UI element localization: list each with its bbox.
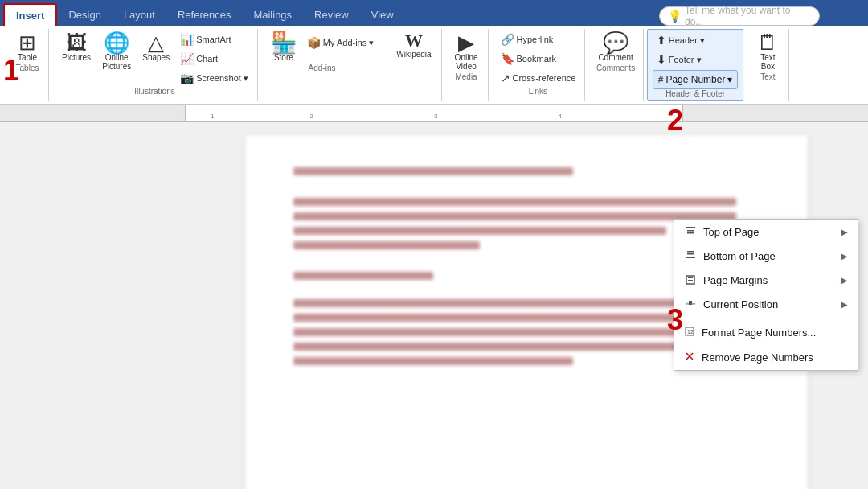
footer-button[interactable]: ⬇ Footer▾: [653, 51, 739, 68]
top-of-page-label: Top of Page: [703, 226, 759, 238]
bottom-of-page-icon: [684, 249, 697, 262]
svg-rect-4: [687, 253, 694, 255]
dropdown-item-current-position[interactable]: Current Position ▶: [674, 292, 858, 316]
group-hf-label: Header & Footer: [665, 89, 725, 100]
group-media: ▶ OnlineVideo Media: [445, 29, 489, 101]
tab-design[interactable]: Design: [57, 3, 112, 26]
page-margins-label: Page Margins: [703, 274, 768, 286]
group-tables: ⊞ Table Tables: [6, 29, 49, 101]
tab-mailings[interactable]: Mailings: [242, 3, 303, 26]
doc-line-4: [293, 227, 666, 235]
group-comments-label: Comments: [596, 64, 635, 74]
doc-line-1: [293, 167, 573, 175]
remove-numbers-icon: [684, 351, 695, 364]
dropdown-item-page-margins[interactable]: Page Margins ▶: [674, 268, 858, 292]
table-button[interactable]: ⊞ Table: [11, 31, 43, 64]
header-icon: ⬆: [657, 34, 666, 47]
cross-reference-button[interactable]: ↗ Cross-reference: [497, 69, 580, 87]
tab-references[interactable]: References: [166, 3, 242, 26]
svg-rect-0: [686, 227, 695, 228]
lightbulb-icon: 💡: [668, 10, 682, 23]
tab-insert[interactable]: Insert: [3, 3, 57, 26]
dropdown-item-remove-page-numbers[interactable]: Remove Page Numbers: [674, 345, 858, 370]
group-header-footer: ⬆ Header▾ ⬇ Footer▾ # Page Number▾ Heade…: [647, 29, 744, 101]
text-box-icon: 🗒: [757, 32, 778, 53]
top-of-page-chevron: ▶: [841, 228, 848, 236]
screenshot-icon: 📷: [180, 72, 194, 84]
ruler: 1 2 3 4: [0, 105, 868, 122]
current-position-icon: [684, 298, 697, 310]
comment-button[interactable]: 💬 Comment: [593, 31, 637, 64]
svg-rect-8: [688, 280, 693, 281]
group-illustrations: 🖼 Pictures 🌐 OnlinePictures △ Shapes 📊 S…: [52, 29, 258, 101]
doc-line-8: [293, 314, 736, 322]
doc-line-11: [293, 357, 573, 365]
table-icon: ⊞: [18, 32, 36, 53]
tab-view[interactable]: View: [360, 3, 405, 26]
bottom-of-page-chevron: ▶: [841, 252, 848, 261]
dropdown-divider: [674, 318, 858, 318]
dropdown-item-format-page-numbers[interactable]: 12 Format Page Numbers...: [674, 320, 858, 345]
group-tables-label: Tables: [16, 64, 39, 74]
page-margins-chevron: ▶: [841, 276, 848, 285]
format-page-numbers-label: Format Page Numbers...: [702, 327, 816, 339]
doc-line-9: [293, 328, 736, 336]
page-number-dropdown: Top of Page ▶ Bottom of Page ▶ Page Marg…: [674, 219, 858, 371]
ruler-inner: 1 2 3 4: [185, 105, 683, 121]
store-icon: 🏪: [271, 32, 297, 53]
doc-line-3: [293, 212, 736, 220]
shapes-button[interactable]: △ Shapes: [137, 31, 174, 64]
header-button[interactable]: ⬆ Header▾: [653, 31, 739, 49]
tab-review[interactable]: Review: [303, 3, 360, 26]
doc-line-7: [293, 299, 736, 307]
svg-rect-7: [688, 277, 693, 278]
screenshot-button[interactable]: 📷 Screenshot▾: [176, 69, 252, 87]
pictures-icon: 🖼: [66, 32, 87, 53]
wikipedia-button[interactable]: W Wikipedia: [391, 31, 436, 60]
pictures-button[interactable]: 🖼 Pictures: [57, 31, 96, 64]
hyperlink-button[interactable]: 🔗 Hyperlink: [497, 31, 580, 48]
store-button[interactable]: 🏪 Store: [266, 31, 301, 64]
bookmark-button[interactable]: 🔖 Bookmark: [497, 50, 580, 68]
page-number-icon: #: [658, 74, 664, 85]
page-margins-icon: [684, 273, 697, 286]
group-addins-label: Add-ins: [309, 64, 336, 74]
tell-me-bar[interactable]: 💡 Tell me what you want to do...: [659, 6, 820, 26]
comment-icon: 💬: [603, 32, 628, 53]
page-number-button[interactable]: # Page Number▾: [653, 70, 739, 89]
online-pictures-icon: 🌐: [104, 32, 129, 53]
smartart-icon: 📊: [180, 33, 194, 46]
svg-rect-10: [689, 301, 692, 305]
ribbon-content: ⊞ Table Tables 🖼 Pictures 🌐 OnlinePictur…: [0, 26, 868, 105]
doc-line-2: [293, 198, 736, 206]
group-links: 🔗 Hyperlink 🔖 Bookmark ↗ Cross-reference…: [492, 29, 586, 101]
dropdown-item-top-of-page[interactable]: Top of Page ▶: [674, 220, 858, 244]
top-of-page-icon: [684, 225, 697, 238]
smartart-button[interactable]: 📊 SmartArt: [176, 31, 252, 48]
ribbon-tabs: Insert Design Layout References Mailings…: [0, 0, 868, 26]
svg-rect-1: [687, 230, 694, 232]
format-numbers-icon: 12: [684, 326, 695, 339]
online-pictures-button[interactable]: 🌐 OnlinePictures: [97, 31, 136, 72]
group-text-label: Text: [760, 72, 775, 83]
my-addins-button[interactable]: 📦 My Add-ins▾: [303, 34, 378, 51]
svg-text:12: 12: [687, 329, 694, 335]
text-box-button[interactable]: 🗒 TextBox: [751, 31, 784, 72]
group-links-label: Links: [529, 87, 547, 97]
tab-layout[interactable]: Layout: [113, 3, 166, 26]
current-position-label: Current Position: [703, 298, 778, 310]
svg-rect-3: [687, 251, 694, 253]
group-media-label: Media: [455, 72, 477, 83]
shapes-icon: △: [148, 32, 164, 53]
group-wikipedia: W Wikipedia: [387, 29, 441, 101]
wikipedia-icon: W: [405, 32, 423, 50]
chart-button[interactable]: 📈 Chart: [176, 50, 252, 68]
main-area: Top of Page ▶ Bottom of Page ▶ Page Marg…: [0, 122, 868, 489]
group-illustrations-label: Illustrations: [134, 87, 175, 97]
online-video-button[interactable]: ▶ OnlineVideo: [450, 31, 483, 72]
bottom-of-page-label: Bottom of Page: [703, 250, 776, 262]
dropdown-item-bottom-of-page[interactable]: Bottom of Page ▶: [674, 244, 858, 268]
current-position-chevron: ▶: [841, 300, 848, 309]
group-text: 🗒 TextBox Text: [747, 29, 789, 101]
doc-line-6: [293, 272, 433, 280]
